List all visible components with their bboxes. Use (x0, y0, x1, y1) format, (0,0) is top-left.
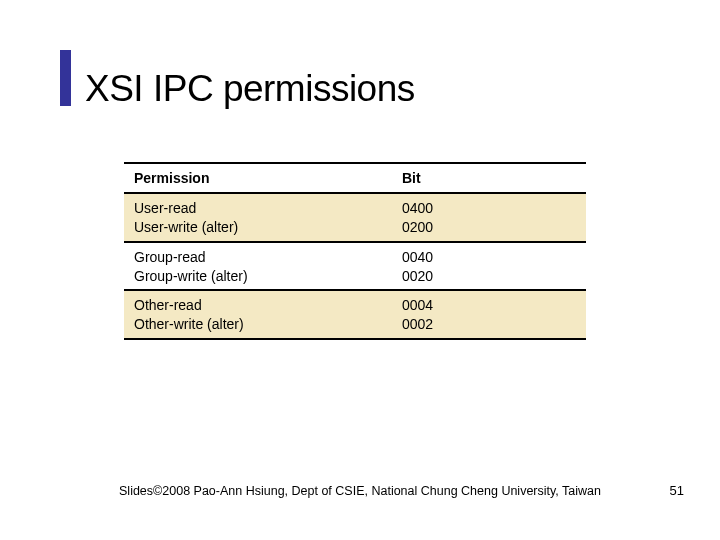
slide: XSI IPC permissions Permission Bit User-… (0, 0, 720, 540)
cell-permission: User-readUser-write (alter) (124, 193, 392, 242)
page-number: 51 (670, 483, 684, 498)
page-title: XSI IPC permissions (85, 68, 415, 110)
cell-bit: 00400020 (392, 242, 586, 291)
cell-permission: Other-readOther-write (alter) (124, 290, 392, 339)
table-row: User-readUser-write (alter) 04000200 (124, 193, 586, 242)
footer-note: Slides©2008 Pao-Ann Hsiung, Dept of CSIE… (0, 484, 720, 498)
cell-permission: Group-readGroup-write (alter) (124, 242, 392, 291)
permissions-table: Permission Bit User-readUser-write (alte… (124, 162, 586, 340)
permissions-table-wrap: Permission Bit User-readUser-write (alte… (124, 162, 586, 340)
title-area: XSI IPC permissions (60, 50, 720, 110)
table-row: Group-readGroup-write (alter) 00400020 (124, 242, 586, 291)
header-permission: Permission (124, 163, 392, 193)
table-row: Other-readOther-write (alter) 00040002 (124, 290, 586, 339)
cell-bit: 04000200 (392, 193, 586, 242)
header-bit: Bit (392, 163, 586, 193)
cell-bit: 00040002 (392, 290, 586, 339)
title-accent-bar (60, 50, 71, 106)
table-header-row: Permission Bit (124, 163, 586, 193)
